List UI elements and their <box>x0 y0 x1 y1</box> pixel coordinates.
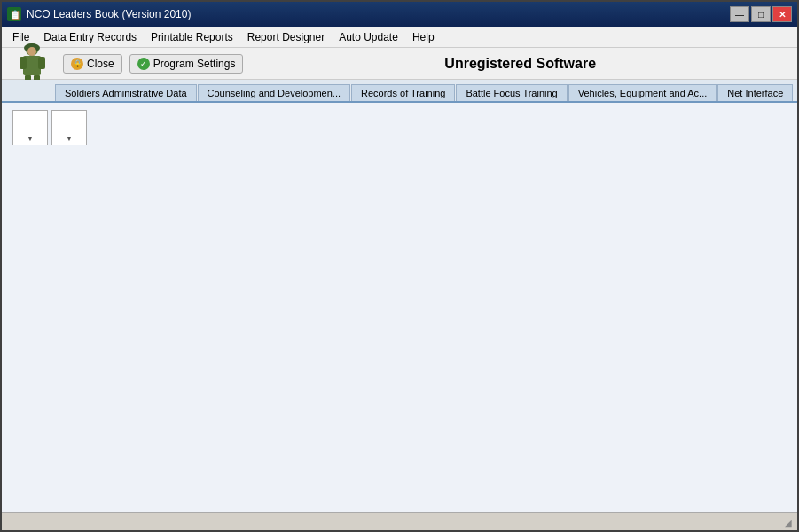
menu-item-help[interactable]: Help <box>405 29 442 45</box>
toolbar: 🔒 Close ✓ Program Settings Unregistered … <box>2 48 797 80</box>
title-bar: 📋 NCO Leaders Book (Version 2010) — □ ✕ <box>2 2 797 27</box>
dropdown-selector-2[interactable]: ▼ <box>51 110 87 145</box>
svg-point-9 <box>27 47 36 56</box>
check-icon: ✓ <box>137 58 150 70</box>
tab-net-interface[interactable]: Net Interface <box>717 84 793 101</box>
soldier-icon <box>12 43 52 85</box>
dropdown-arrow-1: ▼ <box>27 135 34 143</box>
menu-item-printable[interactable]: Printable Reports <box>144 29 240 45</box>
tab-records-training[interactable]: Records of Training <box>351 84 455 101</box>
menu-item-report-designer[interactable]: Report Designer <box>240 29 332 45</box>
svg-rect-5 <box>38 57 45 69</box>
title-controls: — □ ✕ <box>730 6 792 22</box>
window-close-button[interactable]: ✕ <box>772 6 792 22</box>
window-title: NCO Leaders Book (Version 2010) <box>27 8 191 20</box>
tab-bar: Soldiers Administrative DataCounseling a… <box>2 80 797 103</box>
resize-corner-icon: ◢ <box>785 518 795 528</box>
app-icon: 📋 <box>7 7 21 21</box>
header-title: Unregistered Software <box>250 56 790 72</box>
menu-item-auto-update[interactable]: Auto Update <box>332 29 405 45</box>
dropdown-row: ▼ ▼ <box>12 110 790 145</box>
tab-vehicles[interactable]: Vehicles, Equipment and Ac... <box>568 84 717 101</box>
minimize-button[interactable]: — <box>730 6 749 22</box>
svg-text:📋: 📋 <box>10 9 21 20</box>
tab-soldiers-admin[interactable]: Soldiers Administrative Data <box>55 84 197 101</box>
dropdown-arrow-2: ▼ <box>66 135 73 143</box>
content-area: ▼ ▼ <box>2 103 797 512</box>
maximize-button[interactable]: □ <box>751 6 771 22</box>
program-settings-button[interactable]: ✓ Program Settings <box>129 54 244 74</box>
tab-battle-focus[interactable]: Battle Focus Training <box>456 84 567 101</box>
status-bar: ◢ <box>2 512 797 530</box>
menu-bar: FileData Entry RecordsPrintable ReportsR… <box>2 27 797 48</box>
dropdown-selector-1[interactable]: ▼ <box>12 110 48 145</box>
title-bar-left: 📋 NCO Leaders Book (Version 2010) <box>7 7 191 21</box>
svg-rect-4 <box>20 57 27 69</box>
tab-counseling[interactable]: Counseling and Developmen... <box>198 84 350 101</box>
lock-icon: 🔒 <box>71 58 83 70</box>
close-button[interactable]: 🔒 Close <box>63 54 122 74</box>
